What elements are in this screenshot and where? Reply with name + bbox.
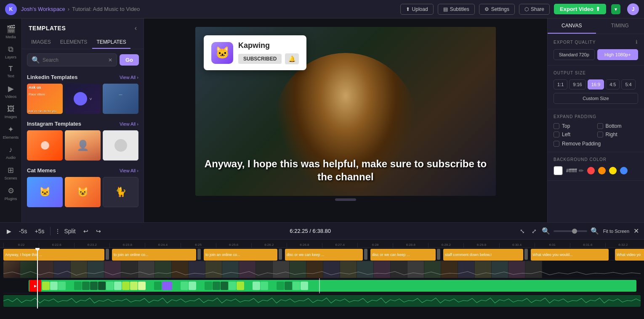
subtitle-clip[interactable]: to join an online co... xyxy=(204,249,277,261)
tab-images[interactable]: IMAGES xyxy=(27,36,55,49)
zoom-slider[interactable] xyxy=(554,230,587,232)
tab-timing[interactable]: TIMING xyxy=(596,18,644,34)
padding-left-item[interactable]: Left xyxy=(554,132,595,137)
color-preset-yellow[interactable] xyxy=(609,167,617,174)
padding-right-label: Right xyxy=(606,132,617,137)
zoom-slider-thumb[interactable] xyxy=(572,229,577,234)
template-thumb[interactable]: 😺 xyxy=(65,177,101,207)
layers-icon: ⧉ xyxy=(8,45,13,54)
color-preset-blue[interactable] xyxy=(620,167,628,174)
sidebar-item-images[interactable]: 🖼 Images xyxy=(2,102,20,121)
quality-standard-button[interactable]: Standard 720p xyxy=(554,49,595,60)
size-16-9-button[interactable]: 16:9 xyxy=(588,79,604,90)
redo-button[interactable]: ↪ xyxy=(94,226,103,236)
subtitle-clip[interactable]: to join an online co... xyxy=(112,249,196,261)
audio-clip[interactable]: ▶ xyxy=(29,280,636,292)
export-button[interactable]: Export Video ⬆ xyxy=(554,4,606,14)
padding-left-checkbox[interactable] xyxy=(554,132,559,137)
padding-bottom-item[interactable]: Bottom xyxy=(597,123,639,129)
subtitle-clip[interactable]: What video yo xyxy=(615,249,644,261)
template-thumb[interactable] xyxy=(103,130,138,161)
template-thumb[interactable]: 👤 xyxy=(65,130,101,161)
workspace-link[interactable]: Josh's Workspace xyxy=(21,6,65,12)
size-9-16-button[interactable]: 9:16 xyxy=(569,79,585,90)
sidebar-item-videos[interactable]: ▶ Videos xyxy=(2,82,20,101)
topbar: K Josh's Workspace › Tutorial: Add Music… xyxy=(0,0,644,18)
linkedin-view-all[interactable]: View All › xyxy=(120,75,138,80)
sidebar-item-media[interactable]: 🎬 Media xyxy=(2,22,20,42)
bg-color-swatch[interactable] xyxy=(554,166,563,175)
settings-button[interactable]: ⚙ Settings xyxy=(479,4,515,15)
template-thumb[interactable]: V xyxy=(65,84,101,114)
size-5-4-button[interactable]: 5:4 xyxy=(621,79,635,90)
subtitles-button[interactable]: ▤ Subtitles xyxy=(438,4,475,15)
sidebar-item-elements[interactable]: ✦ Elements xyxy=(2,122,20,142)
yt-bell-button[interactable]: 🔔 xyxy=(285,53,299,64)
padding-right-checkbox[interactable] xyxy=(597,132,603,137)
tab-templates[interactable]: TEMPLATES xyxy=(92,36,130,49)
search-go-button[interactable]: Go xyxy=(120,54,139,66)
ruler-tick: 6:30.4 xyxy=(499,243,535,248)
bg-color-edit-button[interactable]: ✏ xyxy=(579,167,584,174)
split-button[interactable]: Split xyxy=(62,226,77,236)
quality-high-button[interactable]: High 1080p+ xyxy=(597,49,639,60)
user-avatar[interactable]: J xyxy=(627,3,639,15)
export-dropdown-button[interactable]: ▾ xyxy=(611,4,620,14)
upload-button[interactable]: ⬆ Upload xyxy=(400,4,434,15)
size-1-1-button[interactable]: 1:1 xyxy=(554,79,567,90)
template-thumb[interactable]: — xyxy=(103,84,138,114)
cat-memes-view-all[interactable]: View All › xyxy=(120,168,138,173)
templates-close-button[interactable]: ‹ xyxy=(135,24,137,32)
right-panel: CANVAS TIMING EXPORT QUALITY ℹ Standard … xyxy=(547,18,644,222)
tab-canvas[interactable]: CANVAS xyxy=(548,18,596,34)
breadcrumb-separator: › xyxy=(68,6,69,12)
sidebar-item-text[interactable]: T Text xyxy=(2,63,20,81)
custom-size-button[interactable]: Custom Size xyxy=(554,93,638,104)
subtitle-clip[interactable]: staff comment down below.! xyxy=(443,249,523,261)
size-4-5-button[interactable]: 4:5 xyxy=(606,79,620,90)
zoom-in-button[interactable]: ⤢ xyxy=(530,226,538,236)
color-preset-red[interactable] xyxy=(587,167,595,174)
template-thumb[interactable]: 🐈 xyxy=(103,177,138,207)
color-preset-orange[interactable] xyxy=(598,167,606,174)
gear-icon: ⚙ xyxy=(484,6,489,12)
canvas-area: 🐱 Kapwing SUBSCRIBED 🔔 Anyway, I hope th… xyxy=(144,18,547,222)
tab-elements[interactable]: ELEMENTS xyxy=(56,36,92,49)
fit-screen-button[interactable]: Fit to Screen xyxy=(603,229,629,234)
timeline-close-button[interactable]: ✕ xyxy=(633,227,639,235)
undo-button[interactable]: ↩ xyxy=(82,226,90,236)
timeline-time: 6:22.25 / 6:38.80 xyxy=(107,228,514,234)
sidebar-item-scenes[interactable]: ⊞ Scenes xyxy=(2,163,20,183)
sidebar-item-audio[interactable]: ♪ Audio xyxy=(2,143,20,162)
zoom-out-button[interactable]: ⤡ xyxy=(518,226,527,236)
subtitle-clip[interactable]: Anyway, I hope this ... xyxy=(3,249,104,261)
bottom-audio-clip[interactable] xyxy=(3,295,641,307)
search-clear-button[interactable]: ✕ xyxy=(108,57,112,63)
subtitle-clip[interactable]: disc or we can keep ... xyxy=(285,249,363,261)
info-icon[interactable]: ℹ xyxy=(636,39,638,45)
minus5-button[interactable]: -5s xyxy=(17,226,29,236)
template-thumb[interactable]: 🐱 xyxy=(27,177,63,207)
subtitle-clip[interactable]: disc or we can keep ... xyxy=(370,249,436,261)
sidebar-item-layers[interactable]: ⧉ Layers xyxy=(2,42,20,62)
remove-padding-checkbox[interactable] xyxy=(554,141,559,147)
instagram-view-all[interactable]: View All › xyxy=(120,121,138,127)
template-thumb[interactable]: Ask us Place Villere Ask us can do for y… xyxy=(27,84,63,114)
cat-memes-grid: 🐱 😺 🐈 xyxy=(27,177,138,207)
plus5-button[interactable]: +5s xyxy=(33,226,46,236)
remove-padding-item[interactable]: Remove Padding xyxy=(554,141,638,147)
share-button[interactable]: ⬡ Share xyxy=(519,4,550,15)
padding-top-item[interactable]: Top xyxy=(554,123,595,129)
yt-subscribe-button[interactable]: SUBSCRIBED xyxy=(238,54,282,64)
search-input[interactable] xyxy=(43,57,106,63)
subtitle-clip[interactable]: What video you would... xyxy=(531,249,609,261)
sidebar-item-plugins[interactable]: ⚙ Plugins xyxy=(2,184,20,203)
padding-bottom-checkbox[interactable] xyxy=(597,123,603,129)
output-size-section: OUTPUT SIZE 1:1 9:16 16:9 4:5 5:4 Custom… xyxy=(548,66,644,109)
ruler-tick: 6:32.2 xyxy=(605,243,641,248)
play-button[interactable]: ▶ xyxy=(5,226,13,236)
resize-handle[interactable] xyxy=(335,198,356,201)
template-thumb[interactable] xyxy=(27,130,63,161)
padding-right-item[interactable]: Right xyxy=(597,132,639,137)
padding-top-checkbox[interactable] xyxy=(554,123,559,129)
